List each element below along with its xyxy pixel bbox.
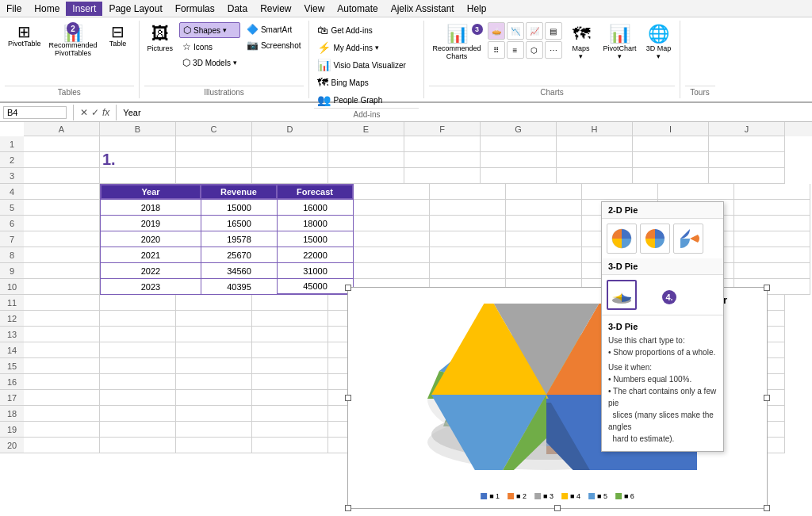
cell-j8[interactable] bbox=[734, 247, 810, 263]
cell-d15[interactable] bbox=[252, 358, 328, 374]
menu-formulas[interactable]: Formulas bbox=[169, 2, 221, 16]
cell-g8[interactable] bbox=[506, 247, 582, 263]
cell-c16[interactable] bbox=[176, 374, 252, 390]
maps-button[interactable]: 🗺 Maps ▾ bbox=[565, 22, 597, 62]
cell-d20[interactable] bbox=[252, 438, 328, 453]
cell-e7[interactable] bbox=[354, 231, 430, 247]
cell-i4[interactable] bbox=[658, 184, 734, 200]
cell-c10[interactable]: 40395 bbox=[201, 279, 278, 295]
cell-c3[interactable] bbox=[176, 168, 252, 184]
cell-a14[interactable] bbox=[24, 342, 100, 358]
menu-home[interactable]: Home bbox=[28, 2, 66, 16]
cell-e9[interactable] bbox=[354, 263, 430, 279]
cell-c5[interactable]: 15000 bbox=[201, 200, 278, 216]
cell-c1[interactable] bbox=[176, 136, 252, 152]
cell-f2[interactable] bbox=[404, 152, 481, 168]
cell-e4[interactable] bbox=[354, 184, 430, 200]
cell-f8[interactable] bbox=[430, 247, 506, 263]
cell-c13[interactable] bbox=[176, 327, 252, 342]
cell-d3[interactable] bbox=[252, 168, 328, 184]
cell-c6[interactable]: 16500 bbox=[201, 216, 278, 231]
cell-b6[interactable]: 2019 bbox=[100, 216, 201, 231]
cell-j6[interactable] bbox=[734, 216, 810, 231]
cell-a11[interactable] bbox=[24, 295, 100, 311]
cell-b12[interactable] bbox=[100, 311, 176, 327]
cell-b13[interactable] bbox=[100, 327, 176, 342]
line-chart-btn[interactable]: 📈 bbox=[526, 22, 543, 40]
cell-g7[interactable] bbox=[506, 231, 582, 247]
cell-b10[interactable]: 2023 bbox=[100, 279, 201, 295]
cell-b2[interactable]: 1. bbox=[100, 152, 176, 168]
cell-d4-forecast[interactable]: Forecast bbox=[278, 184, 354, 200]
cell-d11[interactable] bbox=[252, 295, 328, 311]
cell-g9[interactable] bbox=[506, 263, 582, 279]
resize-handle-bl[interactable] bbox=[345, 505, 351, 511]
cell-e3[interactable] bbox=[328, 168, 404, 184]
cell-d12[interactable] bbox=[252, 311, 328, 327]
menu-insert[interactable]: Insert bbox=[66, 2, 102, 16]
cell-d10[interactable]: 45000 bbox=[278, 279, 354, 295]
cell-b4-year[interactable]: Year bbox=[100, 184, 201, 200]
cell-d16[interactable] bbox=[252, 374, 328, 390]
cell-a18[interactable] bbox=[24, 406, 100, 422]
cell-c19[interactable] bbox=[176, 422, 252, 438]
cell-b11[interactable] bbox=[100, 295, 176, 311]
cell-f1[interactable] bbox=[404, 136, 481, 152]
cell-d17[interactable] bbox=[252, 390, 328, 406]
cell-j1[interactable] bbox=[709, 136, 785, 152]
cell-b3[interactable] bbox=[100, 168, 176, 184]
icons-button[interactable]: ☆ Icons bbox=[179, 40, 240, 54]
cell-b20[interactable] bbox=[100, 438, 176, 453]
resize-handle-tl[interactable] bbox=[345, 285, 351, 291]
cell-i1[interactable] bbox=[633, 136, 709, 152]
menu-data[interactable]: Data bbox=[221, 2, 254, 16]
cell-g4[interactable] bbox=[506, 184, 582, 200]
cell-a7[interactable] bbox=[24, 231, 100, 247]
cell-b5[interactable]: 2018 bbox=[100, 200, 201, 216]
cell-b1[interactable] bbox=[100, 136, 176, 152]
cell-a20[interactable] bbox=[24, 438, 100, 453]
cell-d1[interactable] bbox=[252, 136, 328, 152]
cell-b9[interactable]: 2022 bbox=[100, 263, 201, 279]
cell-j5[interactable] bbox=[734, 200, 810, 216]
cell-h2[interactable] bbox=[557, 152, 633, 168]
cell-a13[interactable] bbox=[24, 327, 100, 342]
cell-b17[interactable] bbox=[100, 390, 176, 406]
menu-file[interactable]: File bbox=[0, 2, 28, 16]
resize-handle-tr[interactable] bbox=[764, 285, 770, 291]
menu-help[interactable]: Help bbox=[461, 2, 493, 16]
cell-d2[interactable] bbox=[252, 152, 328, 168]
cell-b16[interactable] bbox=[100, 374, 176, 390]
cell-f3[interactable] bbox=[404, 168, 481, 184]
cell-d5[interactable]: 16000 bbox=[278, 200, 354, 216]
recommended-pivottables-button[interactable]: 2 📊 RecommendedPivotTables bbox=[46, 22, 101, 59]
area-chart-btn[interactable]: ▤ bbox=[545, 22, 562, 40]
cell-j3[interactable] bbox=[709, 168, 785, 184]
cell-g3[interactable] bbox=[481, 168, 557, 184]
cell-f7[interactable] bbox=[430, 231, 506, 247]
2d-pie-option-2[interactable] bbox=[640, 224, 670, 254]
people-graph-button[interactable]: 👥 People Graph bbox=[314, 92, 419, 108]
cell-b15[interactable] bbox=[100, 358, 176, 374]
table-button[interactable]: ⊟ Table bbox=[102, 22, 134, 49]
cell-c2[interactable] bbox=[176, 152, 252, 168]
menu-view[interactable]: View bbox=[298, 2, 331, 16]
menu-automate[interactable]: Automate bbox=[331, 2, 384, 16]
cell-c8[interactable]: 25670 bbox=[201, 247, 278, 263]
cell-a4[interactable] bbox=[24, 184, 100, 200]
visio-button[interactable]: 📊 Visio Data Visualizer bbox=[314, 57, 419, 73]
screenshot-button[interactable]: 📷 Screenshot bbox=[243, 38, 304, 52]
stock-chart-btn[interactable]: ≡ bbox=[507, 41, 524, 59]
cell-a9[interactable] bbox=[24, 263, 100, 279]
3d-models-button[interactable]: ⬡ 3D Models ▾ bbox=[179, 55, 240, 70]
cell-e6[interactable] bbox=[354, 216, 430, 231]
cell-a12[interactable] bbox=[24, 311, 100, 327]
cell-d7[interactable]: 15000 bbox=[278, 231, 354, 247]
cell-f5[interactable] bbox=[430, 200, 506, 216]
cell-d8[interactable]: 22000 bbox=[278, 247, 354, 263]
cell-c20[interactable] bbox=[176, 438, 252, 453]
recommended-charts-button[interactable]: 📊 RecommendedCharts 3 bbox=[429, 22, 484, 62]
menu-ajelix[interactable]: Ajelix Assistant bbox=[385, 2, 461, 16]
name-box[interactable] bbox=[3, 106, 67, 119]
insert-function-icon[interactable]: fx bbox=[102, 107, 109, 118]
